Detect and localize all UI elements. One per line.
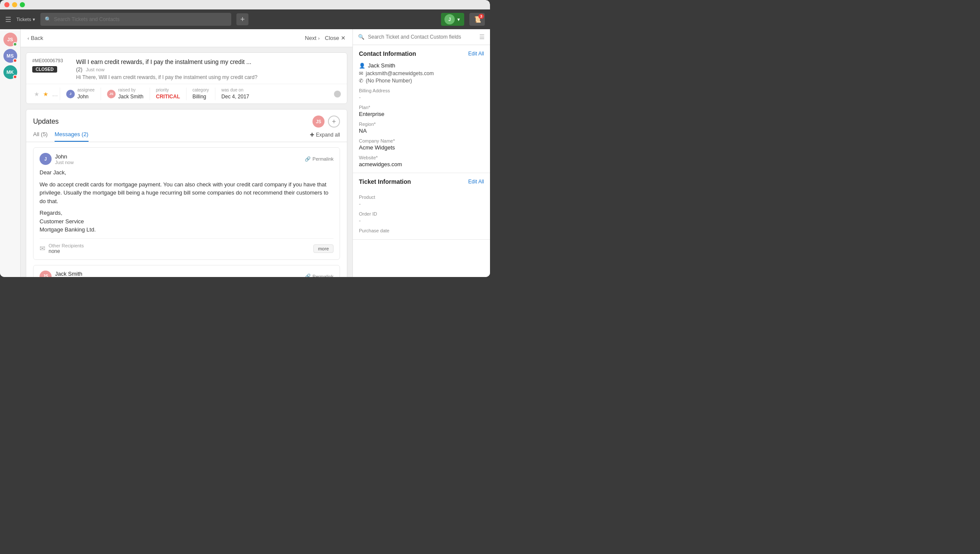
tab-all[interactable]: All (5): [33, 131, 48, 142]
raised-avatar: JS: [107, 90, 116, 98]
more-button-1[interactable]: more: [313, 244, 334, 253]
agent-chevron-icon: ▼: [456, 17, 461, 22]
agent-avatar: J: [444, 14, 455, 24]
nav-title[interactable]: Tickets ▾: [16, 17, 35, 22]
ticket-time: Just now: [86, 67, 104, 72]
menu-button[interactable]: …: [50, 89, 60, 99]
sidebar-avatar-js[interactable]: JS: [3, 33, 17, 46]
agent-avatar-button[interactable]: J ▼: [441, 13, 464, 26]
message-avatar-1: J: [40, 153, 52, 165]
message-body-1: Dear Jack, We do accept credit cards for…: [40, 168, 334, 234]
nav-chevron-icon: ▾: [33, 17, 35, 22]
action-avatar: JS: [312, 116, 325, 128]
notifications-badge: 3: [478, 14, 484, 19]
back-chevron-icon: ‹: [28, 36, 29, 41]
assignee-avatar: J: [66, 90, 75, 98]
website-label: Website*: [359, 155, 484, 160]
raised-label: raised by: [118, 88, 144, 92]
priority-info: priority CRITICAL: [156, 88, 180, 100]
maximize-dot[interactable]: [20, 2, 25, 7]
company-block: Company Name* Acme Widgets: [359, 138, 484, 151]
list-view-icon[interactable]: ☰: [479, 33, 485, 40]
menu-icon[interactable]: ☰: [5, 15, 11, 24]
updates-title: Updates: [33, 118, 59, 125]
plan-block: Plan* Enterprise: [359, 105, 484, 117]
ticket-info-title: Ticket Information: [359, 178, 411, 185]
message-author-block-1: John Just now: [55, 153, 74, 165]
permalink-label-2: Permalink: [312, 274, 334, 277]
favorite-button[interactable]: ★: [41, 89, 50, 99]
ticket-preview: Hi There, Will I earn credit rewards, if…: [76, 74, 341, 80]
search-bar: 🔍: [40, 13, 231, 26]
star-button[interactable]: ★: [32, 89, 41, 99]
next-button[interactable]: Next ›: [305, 35, 319, 41]
assignee-info: assignee John: [77, 88, 95, 100]
back-button[interactable]: ‹ Back: [28, 35, 43, 41]
add-participant-button[interactable]: +: [328, 116, 340, 128]
billing-address-block: Billing Address -: [359, 88, 484, 100]
raised-value: Jack Smith: [118, 94, 144, 100]
ticket-card: #ME00006793 CLOSED Will I earn credit re…: [26, 52, 347, 104]
category-value: Billing: [193, 94, 206, 100]
permalink-label-1: Permalink: [312, 156, 334, 161]
priority-meta: priority CRITICAL: [150, 88, 186, 100]
main-layout: JS MS MK ‹ Back Next › Clos: [0, 29, 490, 277]
website-value: acmewidges.com: [359, 161, 484, 167]
window-chrome: [0, 0, 490, 9]
ticket-id-block: #ME00006793 CLOSED: [32, 58, 71, 73]
sidebar-avatar-mk[interactable]: MK: [3, 65, 17, 79]
add-button[interactable]: +: [236, 13, 248, 25]
expand-all-button[interactable]: ✚ Expand all: [310, 132, 340, 141]
contact-phone: (No Phone Number): [366, 78, 412, 84]
contact-phone-row: ✆ (No Phone Number): [359, 78, 484, 84]
close-label: Close: [325, 35, 339, 41]
sidebar-avatar-ms[interactable]: MS: [3, 49, 17, 63]
permalink-button-1[interactable]: 🔗 Permalink: [305, 156, 334, 162]
right-panel: 🔍 ☰ Contact Information Edit All 👤 Jack …: [352, 29, 490, 277]
contact-edit-all-button[interactable]: Edit All: [468, 51, 484, 57]
updates-section: Updates JS + All (5) Messages (2) ✚ Expa…: [26, 109, 347, 277]
recipients-value-1: none: [49, 248, 84, 254]
close-button[interactable]: Close ✕: [325, 35, 346, 41]
billing-address-label: Billing Address: [359, 88, 484, 93]
order-id-block: Order ID -: [359, 211, 484, 224]
contact-info-section: Contact Information Edit All 👤 Jack Smit…: [353, 45, 490, 173]
expand-all-label: Expand all: [316, 132, 340, 138]
content-area: ‹ Back Next › Close ✕: [21, 29, 352, 277]
company-value: Acme Widgets: [359, 144, 484, 151]
billing-address-value: -: [359, 94, 484, 100]
message-author-info-1: J John Just now: [40, 153, 74, 165]
right-search: 🔍 ☰: [353, 29, 490, 45]
minimize-dot[interactable]: [12, 2, 17, 7]
message-author-block-2: Jack Smith 3 minutes ago: [55, 271, 85, 277]
product-value: -: [359, 201, 484, 207]
ticket-edit-all-button[interactable]: Edit All: [468, 179, 484, 185]
region-block: Region* NA: [359, 122, 484, 134]
search-input[interactable]: [54, 16, 227, 22]
message-list: J John Just now 🔗 Permalink: [26, 142, 347, 277]
sidebar-badge-ms: [13, 58, 17, 63]
region-label: Region*: [359, 122, 484, 127]
phone-icon: ✆: [359, 78, 363, 84]
contact-email: jacksmith@acmewidgets.com: [366, 70, 434, 76]
sidebar-badge-mk: [13, 75, 17, 79]
back-label: Back: [31, 35, 43, 41]
plan-value: Enterprise: [359, 111, 484, 117]
ticket-id-row: #ME00006793 CLOSED Will I earn credit re…: [32, 58, 341, 80]
ticket-subject-area: Will I earn credit rewards, if I pay the…: [76, 58, 341, 80]
assignee-label: assignee: [77, 88, 95, 92]
due-meta: was due on Dec 4, 2017: [215, 88, 255, 100]
message-author-2: Jack Smith: [55, 271, 85, 277]
category-label: category: [193, 88, 209, 92]
updates-header: Updates JS +: [26, 110, 347, 128]
notifications-button[interactable]: 📜 3: [469, 13, 485, 26]
message-header-2: JS Jack Smith 3 minutes ago 🔗 Permalink: [40, 271, 334, 277]
product-label: Product: [359, 195, 484, 200]
permalink-button-2[interactable]: 🔗 Permalink: [305, 274, 334, 277]
close-dot[interactable]: [4, 2, 9, 7]
expand-icon: ✚: [310, 132, 314, 138]
status-dot[interactable]: [334, 91, 341, 97]
ticket-subject: Will I earn credit rewards, if I pay the…: [76, 58, 341, 66]
tab-messages[interactable]: Messages (2): [55, 131, 89, 142]
right-search-input[interactable]: [368, 34, 476, 40]
